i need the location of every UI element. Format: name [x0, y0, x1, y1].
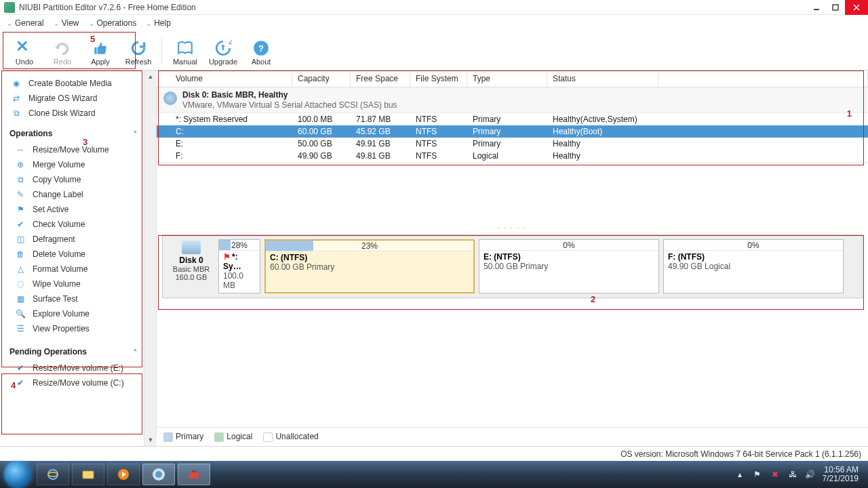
scrollbar-up-arrow[interactable]: ▲ [144, 70, 157, 83]
network-icon[interactable]: 🖧 [787, 469, 798, 480]
diskmap-partition[interactable]: 23%C: (NTFS)60.00 GB Primary [264, 239, 475, 293]
col-type[interactable]: Type [467, 70, 547, 87]
maximize-button[interactable] [826, 0, 845, 15]
svg-rect-14 [192, 470, 196, 472]
refresh-button[interactable]: Refresh [119, 36, 157, 66]
op-icon: ↔ [15, 144, 26, 155]
taskbar-niubi[interactable] [142, 464, 175, 485]
taskbar-ie[interactable] [37, 464, 69, 485]
table-row[interactable]: C:60.00 GB45.92 GBNTFSPrimaryHealthy(Boo… [157, 125, 868, 138]
left-scrollbar[interactable]: ▲ ▼ [144, 70, 157, 446]
op-icon: △ [15, 264, 26, 274]
op-icon: ◫ [15, 234, 26, 245]
table-row[interactable]: *: System Reserved100.0 MB71.87 MBNTFSPr… [157, 113, 868, 125]
diskmap-partition[interactable]: 0%F: (NTFS)49.90 GB Logical [663, 239, 844, 293]
col-status[interactable]: Status [547, 70, 658, 87]
app-icon [4, 2, 15, 13]
op-format-volume[interactable]: △Format Volume [0, 262, 144, 277]
op-explore-volume[interactable]: 🔍Explore Volume [0, 306, 144, 321]
svg-point-8 [48, 472, 58, 476]
migrate-icon: ⇄ [11, 93, 22, 104]
menu-general[interactable]: ⌄General [7, 18, 44, 28]
taskbar: ▴ ⚑ ✖ 🖧 🔊 10:56 AM 7/21/2019 [0, 461, 868, 488]
col-volume[interactable]: Volume [157, 70, 292, 87]
chevron-down-icon: ⌄ [146, 20, 151, 27]
op-resize-move-volume[interactable]: ↔Resize/Move Volume [0, 142, 144, 157]
menu-help[interactable]: ⌄Help [146, 18, 171, 28]
menubar: ⌄General ⌄View ⌄Operations ⌄Help [0, 15, 868, 31]
start-button[interactable] [4, 461, 31, 488]
op-delete-volume[interactable]: 🗑Delete Volume [0, 247, 144, 262]
op-icon: ✎ [15, 189, 26, 200]
volume-icon[interactable]: 🔊 [805, 469, 816, 480]
status-bar: OS version: Microsoft Windows 7 64-bit S… [0, 446, 868, 461]
left-panel: 3 ◉Create Bootable Media ⇄Migrate OS Wiz… [0, 70, 144, 446]
table-header: Volume Capacity Free Space File System T… [157, 70, 868, 87]
refresh-icon [129, 39, 148, 58]
close-button[interactable] [845, 0, 868, 15]
redo-button[interactable]: Redo [43, 36, 81, 66]
pending-item[interactable]: ✔Resize/Move volume (C:) [0, 375, 144, 390]
scrollbar-down-arrow[interactable]: ▼ [144, 434, 157, 446]
disk-group-row[interactable]: Disk 0: Basic MBR, Healthy VMware, VMwar… [157, 87, 868, 113]
op-icon: ▦ [15, 293, 26, 304]
table-row[interactable]: E:50.00 GB49.91 GBNTFSPrimaryHealthy [157, 138, 868, 150]
legend-primary-swatch [163, 432, 173, 442]
disk-map-label[interactable]: Disk 0 Basic MBR 160.0 GB [167, 239, 216, 293]
svg-text:24: 24 [229, 39, 232, 46]
question-icon: ? [252, 39, 271, 58]
op-icon: ◌ [15, 279, 26, 289]
splitter[interactable]: . . . . . [157, 222, 868, 230]
op-view-properties[interactable]: ☰View Properties [0, 321, 144, 336]
diskmap-partition[interactable]: 0%E: (NTFS)50.00 GB Primary [479, 239, 659, 293]
svg-rect-1 [833, 5, 838, 10]
apply-button[interactable]: Apply [81, 36, 119, 66]
minimize-button[interactable] [807, 0, 826, 15]
wizard-migrate-os[interactable]: ⇄Migrate OS Wizard [0, 91, 144, 106]
clock[interactable]: 10:56 AM 7/21/2019 [823, 466, 859, 483]
menu-view[interactable]: ⌄View [54, 18, 79, 28]
thumbs-up-icon [91, 39, 110, 58]
diskmap-partition[interactable]: 28%⚑*: Sy…100.0 MB [218, 239, 260, 293]
redo-icon [53, 39, 72, 58]
check-icon: ✔ [15, 378, 26, 388]
col-capacity[interactable]: Capacity [292, 70, 351, 87]
disk-icon [163, 92, 177, 105]
manual-button[interactable]: Manual [166, 36, 204, 66]
pending-item[interactable]: ✔Resize/Move volume (E:) [0, 361, 144, 375]
op-copy-volume[interactable]: ⧉Copy Volume [0, 172, 144, 187]
op-set-active[interactable]: ⚑Set Active [0, 202, 144, 217]
about-button[interactable]: ?About [242, 36, 280, 66]
upgrade-button[interactable]: 24Upgrade [204, 36, 242, 66]
operations-header[interactable]: Operations˄ [0, 125, 144, 142]
op-defragment[interactable]: ◫Defragment [0, 232, 144, 247]
legend-unalloc-swatch [263, 432, 273, 442]
volume-table: Volume Capacity Free Space File System T… [157, 70, 868, 163]
menu-operations[interactable]: ⌄Operations [89, 18, 137, 28]
op-surface-test[interactable]: ▦Surface Test [0, 291, 144, 306]
taskbar-toolbox[interactable] [178, 464, 210, 485]
wizard-clone-disk[interactable]: ⧉Clone Disk Wizard [0, 106, 144, 121]
taskbar-explorer[interactable] [72, 464, 104, 485]
undo-button[interactable]: Undo [5, 36, 43, 66]
op-check-volume[interactable]: ✔Check Volume [0, 217, 144, 232]
svg-point-12 [155, 471, 162, 478]
window-title: NIUBI Partition Editor v7.2.6 - Free Hom… [19, 3, 807, 12]
undo-icon [15, 39, 34, 58]
svg-rect-13 [189, 472, 199, 479]
table-row[interactable]: F:49.90 GB49.81 GBNTFSLogicalHealthy [157, 150, 868, 162]
shield-x-icon[interactable]: ✖ [770, 469, 781, 480]
tray-up-icon[interactable]: ▴ [734, 469, 745, 480]
op-icon: ⊕ [15, 159, 26, 170]
op-wipe-volume[interactable]: ◌Wipe Volume [0, 277, 144, 291]
legend: Primary Logical Unallocated [157, 427, 868, 446]
col-free[interactable]: Free Space [351, 70, 410, 87]
op-change-label[interactable]: ✎Change Label [0, 187, 144, 202]
op-merge-volume[interactable]: ⊕Merge Volume [0, 157, 144, 172]
pending-ops-header[interactable]: Pending Operations˄ [0, 343, 144, 361]
chevron-down-icon: ⌄ [54, 20, 59, 27]
wizard-create-bootable[interactable]: ◉Create Bootable Media [0, 76, 144, 91]
col-fs[interactable]: File System [410, 70, 467, 87]
flag-icon[interactable]: ⚑ [752, 469, 763, 480]
taskbar-media[interactable] [107, 464, 140, 485]
